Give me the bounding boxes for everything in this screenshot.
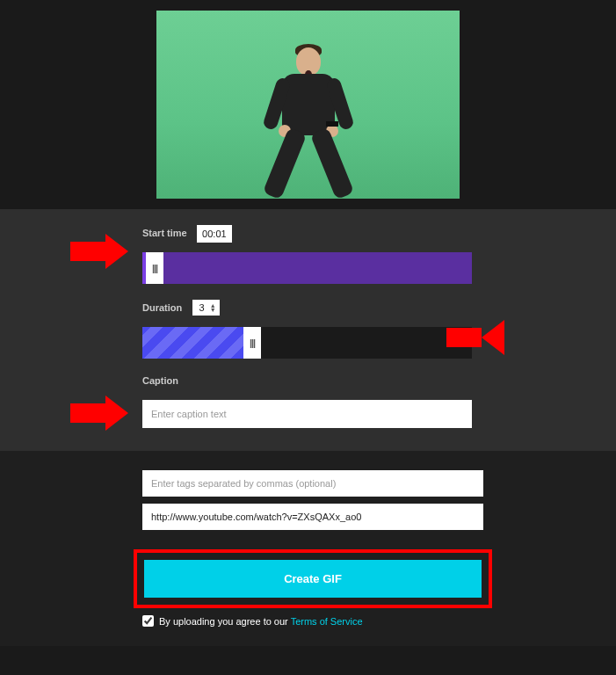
start-time-value[interactable]: 00:01 (197, 225, 232, 243)
duration-value: 3 (199, 302, 205, 313)
terms-link[interactable]: Terms of Service (291, 616, 363, 627)
greenscreen-figure (256, 40, 361, 199)
create-gif-button[interactable]: Create GIF (144, 560, 482, 598)
source-url-input[interactable] (142, 504, 483, 530)
start-time-track[interactable]: ||| (142, 252, 472, 284)
start-time-handle[interactable]: ||| (146, 252, 163, 284)
tags-input[interactable] (142, 470, 483, 497)
duration-handle[interactable]: ||| (243, 327, 261, 359)
stepper-carets-icon[interactable]: ▲▼ (210, 303, 216, 312)
terms-agree-text: By uploading you agree to our (159, 616, 288, 627)
start-time-label: Start time (142, 228, 187, 238)
duration-stepper[interactable]: 3 ▲▼ (192, 300, 220, 316)
terms-agree-checkbox[interactable] (142, 615, 154, 627)
annotation-highlight-create: Create GIF (134, 549, 492, 608)
video-preview-frame (156, 11, 460, 199)
caption-input[interactable] (142, 400, 472, 428)
duration-label: Duration (142, 302, 182, 313)
duration-track[interactable]: ||| (142, 327, 472, 359)
terms-agree-row[interactable]: By uploading you agree to our Terms of S… (142, 615, 483, 627)
caption-label: Caption (142, 375, 178, 386)
video-preview-area (0, 0, 616, 209)
